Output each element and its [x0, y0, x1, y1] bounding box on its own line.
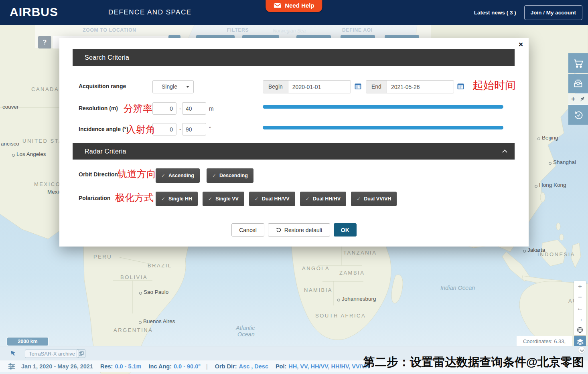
close-icon[interactable]: ×	[519, 40, 523, 49]
search-criteria-modal: × Search Criteria Acquisition range Sing…	[59, 38, 529, 247]
map-label-brazil: BRAZIL	[148, 263, 172, 269]
summary-orb-label: Orb Dir:	[215, 363, 237, 370]
resolution-max-input[interactable]	[182, 102, 206, 115]
annotation-incidence: 入射角	[126, 123, 155, 136]
layers-button[interactable]	[574, 336, 586, 347]
end-calendar-button[interactable]	[457, 83, 464, 91]
archive-drawer-icon	[573, 78, 584, 89]
polarization-dual-hhvv-toggle[interactable]: ✓ Dual HH/VV	[249, 192, 295, 206]
incidence-min-input[interactable]	[152, 123, 176, 135]
summary-pol-label: Pol:	[276, 363, 286, 370]
summary-res-label: Res:	[100, 363, 113, 370]
annotation-date-range: 起始时间	[472, 78, 516, 93]
pan-left-button[interactable]: ←	[574, 303, 586, 313]
ok-button[interactable]: OK	[334, 223, 357, 237]
radar-criteria-header: Radar Criteria	[73, 143, 515, 160]
news-count-badge: ( 3 )	[507, 10, 516, 16]
polarization-single-vv-toggle[interactable]: ✓ Single VV	[203, 192, 244, 206]
annotation-orbit: 轨道方向	[118, 168, 156, 180]
summary-inc-label: Inc Ang:	[149, 363, 172, 370]
check-icon: ✓	[255, 196, 259, 202]
archive-button[interactable]	[568, 74, 588, 93]
resolution-unit: m	[209, 105, 214, 112]
restore-default-button[interactable]: Restore default	[268, 223, 330, 237]
orbit-descending-toggle[interactable]: ✓ Descending	[207, 168, 253, 183]
globe-icon	[577, 327, 583, 333]
map-label-ocean: Ocean	[237, 331, 255, 338]
zoom-in-button[interactable]: +	[574, 281, 586, 292]
orbit-direction-label: Orbit Direction	[79, 171, 118, 178]
polarization-single-hh-label: Single HH	[168, 196, 192, 202]
resolution-min-input[interactable]	[152, 102, 176, 115]
incidence-max-input[interactable]	[182, 123, 206, 135]
begin-calendar-button[interactable]	[355, 83, 361, 91]
need-help-label: Need Help	[285, 2, 314, 9]
orbit-ascending-toggle[interactable]: ✓ Ascending	[156, 168, 200, 183]
map-label-namibia: NAMIBIA	[304, 287, 333, 293]
layer-name-chip[interactable]: TerraSAR-X archive	[25, 350, 79, 358]
map-label-argentina: ARGENTINA	[114, 327, 153, 333]
latest-news-link[interactable]: Latest news ( 3 )	[474, 10, 516, 16]
calendar-icon	[355, 83, 361, 89]
map-label-couver: couver	[2, 104, 19, 110]
polarization-dual-vvvh-toggle[interactable]: ✓ Dual VV/VH	[351, 192, 397, 206]
map-label-mexico: MEXICO	[34, 181, 61, 187]
collapse-chevron-up-icon[interactable]	[502, 150, 507, 155]
restore-icon	[276, 227, 282, 233]
summary-pol-value: HH, VV, HH/VV, HH/HV, VV/VH	[288, 363, 369, 370]
saved-searches-button[interactable]	[568, 105, 588, 125]
scroll-down-chevron[interactable]	[578, 346, 585, 354]
cart-button[interactable]	[568, 53, 588, 73]
begin-date-input[interactable]	[288, 81, 351, 93]
check-icon: ✓	[306, 196, 310, 202]
join-my-account-button[interactable]: Join / My account	[524, 5, 582, 20]
map-label-johannesburg: Johannesburg	[337, 296, 376, 302]
cancel-button[interactable]: Cancel	[231, 223, 264, 237]
tutorial-caption: 第二步：设置雷达数据查询条件@北京零图	[363, 354, 584, 370]
polarization-single-hh-toggle[interactable]: ✓ Single HH	[156, 192, 198, 206]
acquisition-range-label: Acquisition range	[79, 83, 126, 89]
summary-orb-value: Asc , Desc	[239, 363, 268, 370]
map-label-canada: CANADA	[31, 86, 59, 92]
resolution-slider[interactable]	[263, 105, 503, 109]
airbus-logo: AIRBUS	[10, 5, 58, 19]
end-date-input[interactable]	[387, 81, 454, 93]
globe-home-button[interactable]	[574, 324, 586, 335]
summary-separator: |	[206, 363, 208, 370]
map-label-shanghai: Shanghai	[549, 159, 576, 165]
annotation-polarization: 极化方式	[115, 191, 154, 204]
annotation-resolution: 分辨率	[124, 102, 152, 115]
search-criteria-header: Search Criteria	[73, 49, 515, 66]
help-button[interactable]: ?	[38, 36, 51, 49]
check-icon: ✓	[357, 196, 361, 202]
resolution-label: Resolution (m)	[79, 105, 118, 111]
need-help-button[interactable]: Need Help	[266, 0, 322, 12]
summary-res-value: 0.0 - 5.1m	[115, 363, 141, 370]
map-label-los-angeles: Los Angeles	[12, 151, 46, 157]
summary-inc-value: 0.0 - 90.0°	[174, 363, 201, 370]
incidence-angle-label: Incidence angle (°)	[79, 126, 128, 132]
map-label-angola: ANGOLA	[302, 265, 330, 271]
restore-default-label: Restore default	[284, 227, 322, 233]
check-icon: ✓	[161, 173, 165, 178]
pan-right-button[interactable]: →	[574, 313, 586, 324]
add-button[interactable]: +	[571, 95, 575, 103]
pin-icon[interactable]	[579, 96, 585, 102]
begin-date-group: Begin	[263, 80, 351, 93]
acquisition-range-value: Single	[162, 83, 177, 90]
filters-icon[interactable]	[8, 363, 15, 370]
map-label-south-africa: SOUTH AFRICA	[315, 313, 366, 319]
incidence-slider[interactable]	[263, 126, 503, 129]
zoom-out-button[interactable]: −	[574, 292, 586, 303]
map-label-atlantic: Atlantic	[236, 325, 255, 331]
chevron-down-icon	[186, 86, 189, 88]
polarization-single-vv-label: Single VV	[215, 196, 239, 202]
coordinates-readout: Coordinates: 6.33, 64.80	[517, 336, 572, 347]
acquisition-range-select[interactable]: Single	[152, 80, 194, 93]
polarization-dual-hhhv-toggle[interactable]: ✓ Dual HH/HV	[300, 192, 347, 206]
check-icon: ✓	[208, 196, 212, 202]
duplicate-layer-button[interactable]	[77, 349, 85, 358]
begin-date-addon: Begin	[263, 81, 288, 93]
select-arrow-icon[interactable]	[10, 350, 16, 356]
incidence-dash: -	[179, 126, 181, 133]
